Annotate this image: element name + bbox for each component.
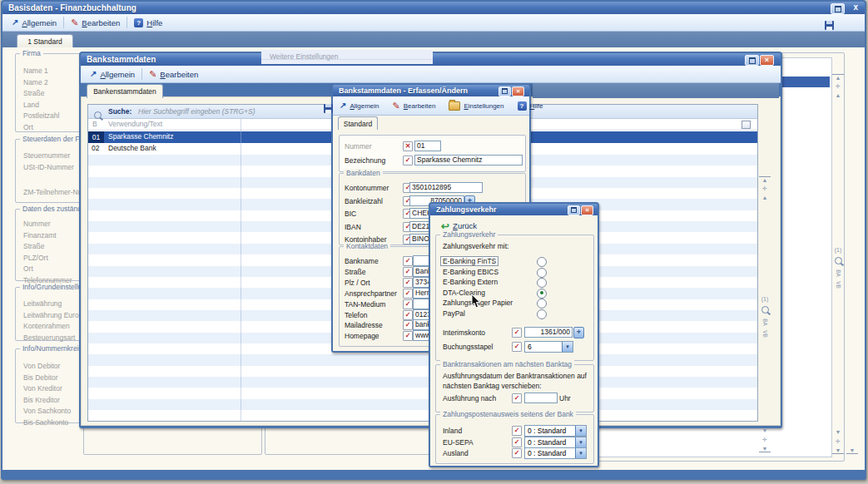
scroll-last-icon[interactable]: ▼ — [759, 446, 771, 452]
sidebar-field-von-kreditor[interactable]: Von Kreditor — [23, 384, 81, 393]
radio-zahlungstr-ger-papier[interactable] — [537, 299, 547, 309]
save-icon[interactable] — [324, 104, 333, 113]
field-check-icon[interactable]: ✓ — [403, 299, 413, 309]
search-icon[interactable] — [835, 257, 842, 264]
menu-hilfe[interactable]: ?Hilfe — [513, 100, 548, 112]
field-check-icon[interactable]: ✓ — [403, 156, 413, 165]
main-window-titlebar[interactable]: Basisdaten - Finanzbuchhaltung x — [2, 2, 865, 14]
field-check-icon[interactable]: ✓ — [403, 331, 413, 341]
field-input-nummer[interactable]: 01 — [414, 141, 441, 151]
main-restore-button[interactable] — [831, 3, 845, 14]
buchungsstapel-select[interactable]: 6▼ — [524, 341, 573, 353]
menu-bearbeiten[interactable]: ✎Bearbeiten — [67, 17, 124, 29]
checkbox-ausland[interactable]: ✓ — [512, 448, 522, 458]
sidebar-field-von-debitor[interactable]: Von Debitor — [23, 362, 81, 370]
sidebar-field-name-1[interactable]: Name 1 — [23, 67, 81, 75]
payment-close-button[interactable]: × — [581, 205, 593, 215]
menu-einstellungen[interactable]: Einstellungen — [444, 100, 508, 112]
option-label-e-banking-ebics[interactable]: E-Banking EBICS — [443, 268, 498, 276]
append-icon[interactable]: ✛ — [832, 438, 844, 444]
edit-window-titlebar[interactable]: Bankstammdaten - Erfassen/Ändern × — [333, 85, 529, 96]
field-check-icon[interactable]: ✓ — [403, 310, 413, 320]
buchungsstapel-checkbox[interactable]: ✓ — [512, 342, 522, 352]
scroll-up-icon[interactable]: ▲ — [832, 92, 844, 98]
grid-icon[interactable] — [742, 121, 751, 129]
count-icon[interactable]: (1) — [832, 247, 844, 253]
tab-1-standard[interactable]: 1 Standard — [17, 34, 73, 47]
sidebar-field-bis-debitor[interactable]: Bis Debitor — [23, 373, 81, 382]
append-icon[interactable]: ✛ — [759, 437, 771, 442]
option-label-e-banking-extern[interactable]: E-Banking Extern — [443, 278, 498, 286]
sidebar-field-name-2[interactable]: Name 2 — [23, 78, 81, 86]
sidebar-field-kontenrahmen[interactable]: Kontenrahmen — [23, 322, 81, 330]
ausfuehrung-checkbox[interactable]: ✓ — [512, 393, 522, 403]
chevron-down-icon[interactable]: ▼ — [575, 448, 586, 458]
chevron-down-icon[interactable]: ▼ — [575, 437, 586, 447]
radio-e-banking-ebics[interactable] — [537, 268, 547, 278]
scroll-first-icon[interactable]: ▲ — [759, 176, 771, 183]
field-check-icon[interactable]: ✓ — [403, 278, 413, 288]
chevron-down-icon[interactable]: ▼ — [562, 342, 573, 352]
option-label-e-banking-fints[interactable]: E-Banking FinTS — [440, 256, 498, 266]
menu-allgemein[interactable]: ↗Allgemein — [86, 68, 139, 81]
bank-close-button[interactable]: × — [760, 55, 774, 66]
menu-allgemein[interactable]: ↗Allgemein — [7, 17, 61, 29]
payment-window-titlebar[interactable]: Zahlungsverkehr × — [430, 204, 598, 215]
edit-restore-button[interactable] — [498, 86, 511, 96]
sidebar-field-ort[interactable]: Ort — [23, 264, 81, 273]
scroll-down-icon[interactable]: ▼ — [832, 429, 844, 435]
bank-restore-button[interactable] — [745, 55, 759, 66]
tab-standard[interactable]: Standard — [338, 116, 378, 130]
edit-close-button[interactable]: × — [512, 86, 524, 96]
ausfuehrung-input[interactable] — [524, 393, 558, 403]
save-icon[interactable] — [825, 21, 834, 30]
insert-icon[interactable]: ✛ — [832, 83, 844, 89]
sidebar-field-ust-id-nummer[interactable]: USt-ID-Nummer — [23, 163, 81, 171]
main-close-button[interactable]: x — [853, 2, 858, 12]
ba-filter-icon[interactable]: BA — [762, 317, 768, 328]
insert-icon[interactable]: ✛ — [759, 185, 771, 191]
sidebar-field-postleitzahl[interactable]: Postleitzahl — [23, 111, 81, 120]
menu-hilfe[interactable]: ?Hilfe — [130, 17, 166, 29]
sidebar-field-stra-e[interactable]: Straße — [23, 89, 81, 97]
select-inland[interactable]: 0 : Standard▼ — [524, 425, 587, 437]
sidebar-field-land[interactable]: Land — [23, 101, 81, 109]
sidebar-field-zm-teilnehmer-nr-[interactable]: ZM-Teilnehmer-Nr. — [23, 188, 81, 196]
field-input-kontonummer[interactable]: 3501012895 — [409, 182, 483, 193]
sidebar-field-plz-ort[interactable]: PLZ/Ort — [23, 254, 81, 262]
sidebar-field-leitw-hrung-euro-ab[interactable]: Leitwährung Euro ab — [23, 311, 81, 319]
payment-restore-button[interactable] — [568, 205, 580, 215]
sidebar-field-nummer[interactable]: Nummer — [23, 220, 81, 228]
field-check-icon[interactable]: ✓ — [403, 256, 413, 266]
sidebar-field-von-sachkonto[interactable]: Von Sachkonto — [23, 407, 81, 415]
field-check-icon[interactable]: ✓ — [403, 267, 413, 277]
option-label-paypal[interactable]: PayPal — [443, 309, 465, 318]
search-icon[interactable] — [761, 306, 769, 314]
sidebar-field-leitw-hrung[interactable]: Leitwährung — [23, 299, 81, 308]
menu-bearbeiten[interactable]: ✎Bearbeiten — [389, 100, 440, 111]
ba-filter-icon[interactable]: BA — [836, 268, 841, 279]
menu-allgemein[interactable]: ↗Allgemein — [335, 100, 384, 111]
field-locked-icon[interactable]: ✕ — [403, 141, 413, 151]
interimskonto-input[interactable]: 1361/000 — [524, 327, 573, 338]
scroll-to-end-icon[interactable]: ▼ — [846, 447, 858, 454]
sidebar-field-bis-sachkonto[interactable]: Bis Sachkonto — [23, 418, 81, 427]
scroll-up-icon[interactable]: ▲ — [759, 195, 771, 200]
field-check-icon[interactable]: ✓ — [403, 320, 413, 330]
field-check-icon[interactable]: ✓ — [403, 289, 413, 299]
vb-filter-icon[interactable]: VB — [836, 279, 841, 291]
radio-dta-clearing[interactable] — [537, 289, 547, 299]
select-ausland[interactable]: 0 : Standard▼ — [524, 447, 587, 459]
scroll-last-icon[interactable]: ▼ — [832, 447, 844, 454]
sidebar-field-ort[interactable]: Ort — [23, 123, 81, 131]
menu-bearbeiten[interactable]: ✎Bearbeiten — [145, 68, 202, 81]
radio-e-banking-extern[interactable] — [537, 278, 547, 288]
interimskonto-checkbox[interactable]: ✓ — [512, 328, 522, 338]
sidebar-field-finanzamt[interactable]: Finanzamt — [23, 231, 81, 240]
checkbox-eu-sepa[interactable]: ✓ — [512, 437, 522, 447]
field-input-bezeichnung[interactable]: Sparkasse Chemnitz — [414, 155, 523, 165]
vb-filter-icon[interactable]: VB — [762, 328, 768, 340]
chevron-down-icon[interactable]: ▼ — [575, 426, 586, 436]
radio-e-banking-fints[interactable] — [537, 257, 547, 267]
scroll-first-icon[interactable]: ▲ — [832, 74, 844, 81]
